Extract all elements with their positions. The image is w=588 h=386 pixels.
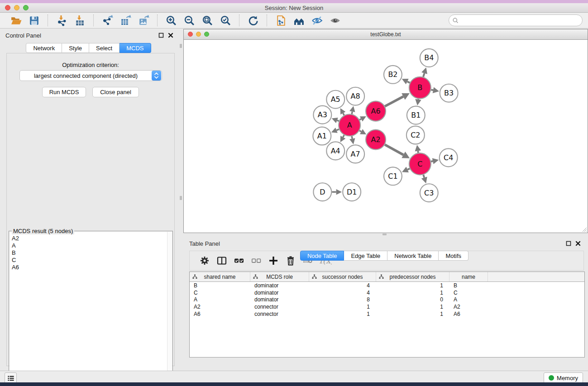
graph-node-C3[interactable]: C3 <box>420 184 438 202</box>
table-tab-edge-table[interactable]: Edge Table <box>344 251 387 261</box>
resize-grip[interactable] <box>581 226 587 232</box>
run-mcds-button[interactable]: Run MCDS <box>42 87 86 97</box>
splitter-handle[interactable] <box>382 234 387 235</box>
mcds-pane: Optimization criterion: largest connecte… <box>6 53 175 366</box>
graph-edge-A-A6 <box>359 119 361 120</box>
memory-button[interactable]: Memory <box>544 372 583 382</box>
graph-node-label: C <box>417 160 422 168</box>
graph-node-C4[interactable]: C4 <box>440 148 458 167</box>
graph-node-B1[interactable]: B1 <box>407 106 425 124</box>
network-canvas[interactable]: B4B2BB3A8A5A6A3B1AC2A1A2A4A7C4CC1C3DD1 <box>184 40 588 233</box>
graph-node-label: B <box>417 83 422 92</box>
mcds-result-item[interactable]: A6 <box>12 264 172 271</box>
float-table-panel-icon[interactable] <box>566 241 571 246</box>
close-table-panel-icon[interactable] <box>575 241 581 246</box>
criterion-dropdown[interactable]: largest connected component (directed) <box>19 70 162 81</box>
graph-node-C1[interactable]: C1 <box>384 167 402 185</box>
import-network-button[interactable] <box>53 14 71 27</box>
mcds-result-item[interactable]: A <box>12 242 172 249</box>
graph-node-B3[interactable]: B3 <box>440 84 458 102</box>
home-button[interactable] <box>290 14 308 27</box>
splitter-handle[interactable] <box>180 44 182 48</box>
hide-eye-button[interactable] <box>308 14 326 27</box>
graph-edge-B-B3 <box>431 90 433 90</box>
maximize-network-button[interactable] <box>204 32 209 37</box>
graph-arrowhead <box>433 87 439 93</box>
table-tab-motifs[interactable]: Motifs <box>439 251 468 261</box>
graph-node-B4[interactable]: B4 <box>420 49 438 67</box>
graph-arrowhead <box>432 158 439 164</box>
main-toolbar <box>0 13 588 29</box>
import-table-button[interactable] <box>71 14 89 27</box>
table-tab-network-table[interactable]: Network Table <box>387 251 439 261</box>
graph-node-A5[interactable]: A5 <box>326 91 344 109</box>
graph-edge-A-A7 <box>352 136 352 139</box>
refresh-button[interactable] <box>244 14 262 27</box>
tab-select[interactable]: Select <box>89 43 120 53</box>
export-table-icon <box>120 15 131 26</box>
tab-style[interactable]: Style <box>62 43 89 53</box>
graph-node-label: B4 <box>424 53 434 62</box>
graph-node-A2[interactable]: A2 <box>366 130 386 150</box>
graph-node-D[interactable]: D <box>313 183 331 201</box>
zoom-out-button[interactable] <box>180 14 198 27</box>
graph-node-A3[interactable]: A3 <box>313 106 331 124</box>
import-network-icon <box>56 15 67 26</box>
close-panel-icon[interactable] <box>168 33 173 38</box>
result-scrollbar[interactable] <box>167 232 172 382</box>
graph-node-A7[interactable]: A7 <box>346 145 364 163</box>
graph-node-label: B1 <box>411 111 421 119</box>
memory-label: Memory <box>557 375 578 381</box>
minimize-window-button[interactable] <box>14 5 19 10</box>
minimize-network-button[interactable] <box>196 32 201 37</box>
graph-arrowhead <box>421 176 427 183</box>
graph-node-C2[interactable]: C2 <box>406 126 425 144</box>
graph-node-B2[interactable]: B2 <box>384 66 402 84</box>
save-session-button[interactable] <box>25 14 43 27</box>
search-input[interactable] <box>461 17 579 24</box>
graph-node-A1[interactable]: A1 <box>313 127 331 145</box>
mcds-result-item[interactable]: C <box>12 257 172 264</box>
window-title: Session: New Session <box>265 5 323 11</box>
splitter-handle[interactable] <box>180 196 182 200</box>
graph-node-A6[interactable]: A6 <box>366 101 386 121</box>
maximize-window-button[interactable] <box>23 5 29 10</box>
mcds-result-item[interactable]: A2 <box>12 235 172 242</box>
show-eye-icon <box>330 15 341 26</box>
tab-mcds[interactable]: MCDS <box>120 43 151 53</box>
task-history-button[interactable] <box>5 372 17 382</box>
graph-node-A[interactable]: A <box>339 114 360 136</box>
zoom-selected-button[interactable] <box>216 14 234 27</box>
graph-edge-A2-C <box>385 145 403 155</box>
export-table-button[interactable] <box>116 14 134 27</box>
zoom-fit-button[interactable] <box>198 14 216 27</box>
graph-arrowhead <box>415 145 421 151</box>
graph-node-label: A7 <box>351 150 360 158</box>
zoom-in-button[interactable] <box>162 14 180 27</box>
new-session-button[interactable] <box>272 14 290 27</box>
graph-node-A8[interactable]: A8 <box>346 87 364 105</box>
table-tab-node-table[interactable]: Node Table <box>300 251 344 261</box>
graph-node-label: C4 <box>444 153 453 162</box>
graph-node-label: A6 <box>371 107 381 115</box>
graph-node-B[interactable]: B <box>409 77 431 99</box>
export-network-icon <box>102 15 113 26</box>
graph-node-C[interactable]: C <box>409 153 431 175</box>
close-panel-button[interactable]: Close panel <box>92 87 139 97</box>
float-panel-icon[interactable] <box>158 33 164 38</box>
export-network-button[interactable] <box>98 14 116 27</box>
export-image-button[interactable] <box>134 14 153 27</box>
mcds-result-list[interactable]: A2ABCA6 <box>10 232 172 382</box>
graph-arrowhead <box>415 99 421 105</box>
show-eye-button[interactable] <box>326 14 344 27</box>
open-file-button[interactable] <box>7 14 25 27</box>
search-field[interactable] <box>449 14 583 26</box>
graph-node-D1[interactable]: D1 <box>343 183 361 201</box>
mcds-result-item[interactable]: B <box>12 249 172 257</box>
close-window-button[interactable] <box>5 5 10 10</box>
graph-edge-B-B4 <box>423 73 424 77</box>
graph-node-A4[interactable]: A4 <box>326 142 344 160</box>
tab-network[interactable]: Network <box>26 43 62 53</box>
control-panel-header: Control Panel <box>0 30 177 40</box>
close-network-button[interactable] <box>188 32 193 37</box>
